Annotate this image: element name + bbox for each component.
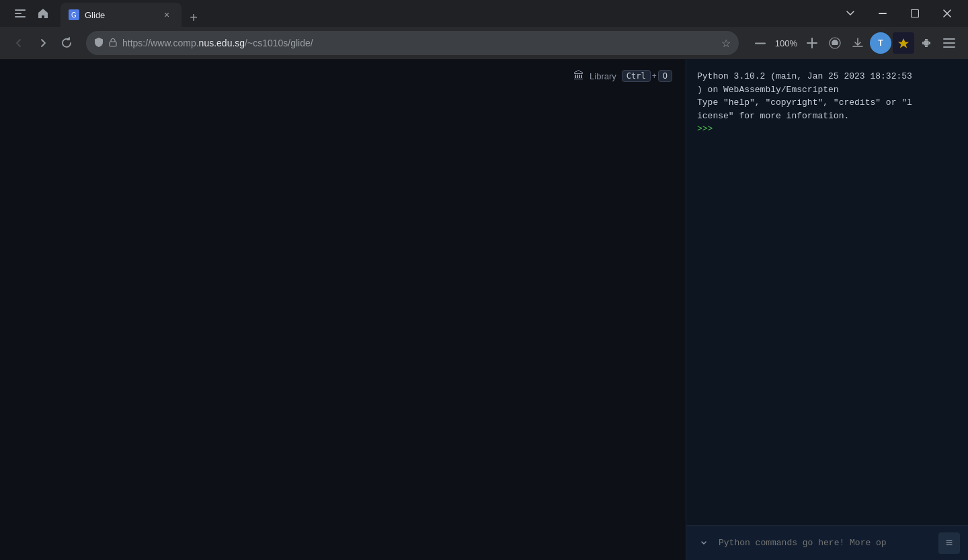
sidebar-toggle-btn[interactable] — [11, 4, 30, 23]
zoom-in-btn[interactable] — [801, 32, 823, 54]
minimize-btn[interactable] — [867, 0, 898, 27]
firefox-shield-btn[interactable] — [824, 32, 846, 54]
url-bar[interactable]: https://www.comp.nus.edu.sg/~cs1010s/gli… — [86, 31, 739, 55]
console-expand-btn[interactable] — [694, 534, 713, 553]
url-path: /~cs1010s/glide/ — [245, 38, 313, 48]
close-btn[interactable] — [932, 0, 963, 27]
page-content: 🏛 Library Ctrl + O Python 3.10.2 (main, … — [0, 59, 968, 560]
svg-rect-6 — [755, 42, 766, 44]
kbd-o: O — [658, 70, 672, 82]
forward-btn[interactable] — [32, 32, 54, 54]
svg-rect-8 — [807, 42, 817, 44]
tab-controls — [5, 4, 58, 23]
zoom-level[interactable]: 100% — [772, 32, 800, 54]
shield-icon — [94, 37, 104, 50]
tab-strip: G Glide × + — [61, 0, 832, 27]
custom-icon-btn[interactable] — [893, 32, 914, 54]
console-panel: Python 3.10.2 (main, Jan 25 2023 18:32:5… — [686, 59, 968, 560]
home-btn[interactable] — [34, 4, 52, 23]
svg-rect-12 — [943, 42, 955, 44]
svg-rect-11 — [943, 38, 955, 40]
library-button[interactable]: 🏛 Library Ctrl + O — [573, 70, 672, 82]
address-bar: https://www.comp.nus.edu.sg/~cs1010s/gli… — [0, 27, 968, 59]
console-input-field[interactable] — [719, 538, 933, 548]
window-controls — [835, 0, 963, 27]
restore-btn[interactable] — [899, 0, 930, 27]
lock-icon — [109, 38, 117, 49]
url-prefix: https://www.comp. — [122, 38, 199, 48]
svg-rect-3 — [879, 13, 887, 14]
bookmark-icon[interactable]: ☆ — [721, 37, 731, 50]
console-startup-text: Python 3.10.2 (main, Jan 25 2023 18:32:5… — [697, 70, 957, 122]
svg-rect-0 — [15, 9, 26, 11]
toolbar-actions: 100% T — [750, 32, 960, 54]
title-bar: G Glide × + — [0, 0, 968, 27]
svg-rect-5 — [110, 42, 116, 46]
dropdown-btn[interactable] — [835, 0, 866, 27]
svg-rect-4 — [912, 10, 919, 17]
download-btn[interactable] — [847, 32, 869, 54]
profile-avatar[interactable]: T — [870, 32, 891, 54]
menu-btn[interactable] — [938, 32, 960, 54]
extensions-btn[interactable] — [916, 32, 937, 54]
new-tab-btn[interactable]: + — [184, 8, 203, 27]
active-tab[interactable]: G Glide × — [61, 3, 182, 27]
console-prompt: >>> — [697, 122, 957, 136]
tab-close-btn[interactable]: × — [160, 8, 173, 22]
kbd-ctrl: Ctrl — [622, 70, 651, 82]
console-menu-btn[interactable]: ≡ — [938, 532, 960, 554]
kbd-plus: + — [652, 71, 657, 81]
library-label: Library — [590, 71, 616, 81]
browser-chrome: G Glide × + — [0, 0, 968, 59]
library-icon: 🏛 — [573, 70, 584, 82]
svg-rect-1 — [15, 13, 22, 14]
svg-rect-13 — [943, 46, 955, 48]
keyboard-shortcut: Ctrl + O — [622, 70, 672, 82]
console-input-bar: ≡ — [686, 525, 968, 560]
editor-area: 🏛 Library Ctrl + O — [0, 59, 686, 560]
zoom-out-btn[interactable] — [750, 32, 771, 54]
tab-favicon: G — [69, 9, 79, 20]
back-btn[interactable] — [8, 32, 30, 54]
url-domain: nus.edu.sg — [199, 38, 245, 48]
url-text: https://www.comp.nus.edu.sg/~cs1010s/gli… — [122, 38, 716, 48]
reload-btn[interactable] — [56, 32, 78, 54]
svg-rect-10 — [924, 41, 929, 46]
svg-rect-2 — [15, 16, 26, 17]
console-output: Python 3.10.2 (main, Jan 25 2023 18:32:5… — [686, 59, 968, 525]
tab-title: Glide — [85, 10, 155, 20]
